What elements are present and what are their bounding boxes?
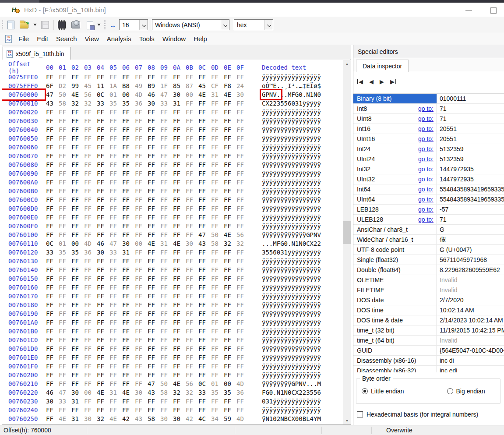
hex-byte[interactable]: 32: [224, 239, 236, 248]
hex-byte[interactable]: FF: [186, 362, 198, 371]
hex-byte[interactable]: 01: [109, 90, 122, 99]
inspector-type-cell[interactable]: time_t (32 bit): [353, 325, 437, 335]
hex-byte[interactable]: FF: [224, 362, 236, 371]
export-dropdown-arrow-icon[interactable]: [97, 24, 101, 26]
hex-byte[interactable]: FF: [135, 195, 148, 204]
hex-byte[interactable]: FF: [109, 265, 122, 274]
hex-byte[interactable]: FF: [173, 108, 186, 117]
hex-byte[interactable]: FF: [211, 406, 224, 414]
hex-byte[interactable]: 30: [84, 414, 97, 423]
decoded-text[interactable]: ÿÿÿÿÿÿÿÿÿÿÿÿÿÿÿÿ: [262, 257, 321, 265]
hex-byte[interactable]: FF: [46, 327, 59, 336]
hex-byte[interactable]: FF: [186, 213, 198, 222]
hex-byte[interactable]: FF: [84, 108, 97, 117]
hex-byte[interactable]: 42: [186, 414, 198, 423]
hex-byte[interactable]: FF: [198, 397, 211, 406]
hex-byte[interactable]: FF: [135, 73, 148, 81]
decoded-text[interactable]: ÿÿÿÿÿÿÿÿÿÿÿÿÿÿÿÿ: [262, 274, 321, 283]
decoded-text[interactable]: ÿÿÿÿÿÿÿÿÿÿÿÿÿÿÿÿ: [262, 318, 321, 327]
hex-byte[interactable]: FF: [122, 134, 135, 143]
inspector-value[interactable]: 1447972935: [437, 166, 504, 173]
goto-link[interactable]: go to:: [418, 125, 437, 132]
hex-byte[interactable]: 01: [211, 379, 224, 388]
hex-byte[interactable]: 33: [46, 248, 59, 257]
hex-byte[interactable]: FF: [135, 143, 148, 152]
hex-byte[interactable]: FF: [135, 125, 148, 134]
inspector-value[interactable]: 10:02:14 AM: [437, 307, 504, 314]
save-button[interactable]: [39, 19, 51, 31]
goto-link[interactable]: go to:: [418, 156, 437, 163]
hex-byte[interactable]: FF: [84, 73, 97, 81]
hex-byte[interactable]: FF: [173, 248, 186, 257]
hex-byte[interactable]: 4E: [224, 230, 236, 239]
hex-byte[interactable]: FF: [211, 344, 224, 353]
hex-byte[interactable]: FF: [97, 169, 109, 178]
hex-offset[interactable]: 00760080: [2, 160, 44, 169]
hex-byte[interactable]: FF: [135, 362, 148, 371]
hex-byte[interactable]: FF: [198, 178, 211, 187]
hex-byte[interactable]: FF: [173, 222, 186, 230]
hex-byte[interactable]: FF: [198, 362, 211, 371]
hex-byte[interactable]: FF: [198, 327, 211, 336]
hex-byte[interactable]: FF: [84, 292, 97, 301]
hex-byte[interactable]: FF: [148, 292, 160, 301]
hex-byte[interactable]: 30: [173, 90, 186, 99]
hex-byte[interactable]: FF: [173, 257, 186, 265]
hex-byte[interactable]: FF: [97, 353, 109, 362]
decoded-text[interactable]: ÿÿÿÿÿÿÿÿÿÿÿÿÿÿÿÿ: [262, 204, 321, 213]
hex-byte[interactable]: FF: [224, 99, 236, 108]
hex-byte[interactable]: FF: [109, 73, 122, 81]
inspector-type-cell[interactable]: GUID: [353, 346, 437, 355]
offset-base-combo[interactable]: hex: [234, 19, 273, 30]
decoded-text[interactable]: ÿÿÿÿÿÿÿÿÿÿÿÿÿÿÿÿ: [262, 178, 321, 187]
hex-byte[interactable]: FF: [173, 187, 186, 195]
hex-offset[interactable]: 00760070: [2, 152, 44, 160]
hex-byte[interactable]: FF: [173, 353, 186, 362]
hex-byte[interactable]: FF: [160, 73, 173, 81]
hex-byte[interactable]: 31: [109, 388, 122, 397]
hex-byte[interactable]: FF: [186, 292, 198, 301]
hex-byte[interactable]: 4E: [59, 414, 71, 423]
hex-offset[interactable]: 0075FFF0: [2, 81, 44, 90]
inspector-type-cell[interactable]: UInt24go to:: [353, 154, 437, 164]
goto-link[interactable]: go to:: [418, 115, 437, 122]
hex-byte[interactable]: 33: [109, 248, 122, 257]
hex-byte[interactable]: FF: [71, 230, 84, 239]
hex-byte[interactable]: FF: [109, 222, 122, 230]
inspector-type-cell[interactable]: Int8go to:: [353, 104, 437, 113]
hex-byte[interactable]: FF: [97, 292, 109, 301]
hex-byte[interactable]: 4E: [122, 388, 135, 397]
hex-byte[interactable]: 30: [71, 388, 84, 397]
hex-byte[interactable]: 36: [236, 388, 249, 397]
hex-byte[interactable]: FF: [211, 169, 224, 178]
hex-byte[interactable]: FF: [84, 362, 97, 371]
hex-byte[interactable]: 4D: [84, 239, 97, 248]
hex-byte[interactable]: FF: [46, 73, 59, 81]
hex-byte[interactable]: FF: [84, 160, 97, 169]
hex-byte[interactable]: FF: [173, 117, 186, 125]
hex-byte[interactable]: FF: [160, 248, 173, 257]
open-file-button[interactable]: [18, 19, 30, 31]
export-button[interactable]: [84, 19, 95, 31]
hex-byte[interactable]: FF: [224, 265, 236, 274]
hex-byte[interactable]: FF: [46, 143, 59, 152]
bytes-per-row-combo[interactable]: 16: [119, 19, 148, 30]
maximize-button[interactable]: [490, 7, 497, 14]
hex-byte[interactable]: 6F: [46, 81, 59, 90]
hex-byte[interactable]: FF: [148, 406, 160, 414]
hex-byte[interactable]: FF: [84, 353, 97, 362]
hex-offset[interactable]: 00760100: [2, 230, 44, 239]
hex-byte[interactable]: FF: [198, 125, 211, 134]
hex-byte[interactable]: FF: [211, 274, 224, 283]
hex-byte[interactable]: 34: [211, 414, 224, 423]
hex-byte[interactable]: 1A: [109, 81, 122, 90]
hex-byte[interactable]: FF: [148, 257, 160, 265]
hex-byte[interactable]: FF: [59, 353, 71, 362]
hex-byte[interactable]: FF: [211, 143, 224, 152]
hex-byte[interactable]: FF: [236, 336, 249, 344]
hex-byte[interactable]: FF: [211, 248, 224, 257]
hex-byte[interactable]: FF: [198, 371, 211, 379]
hex-byte[interactable]: FF: [173, 362, 186, 371]
hex-byte[interactable]: FF: [59, 301, 71, 309]
hex-byte[interactable]: FF: [211, 265, 224, 274]
